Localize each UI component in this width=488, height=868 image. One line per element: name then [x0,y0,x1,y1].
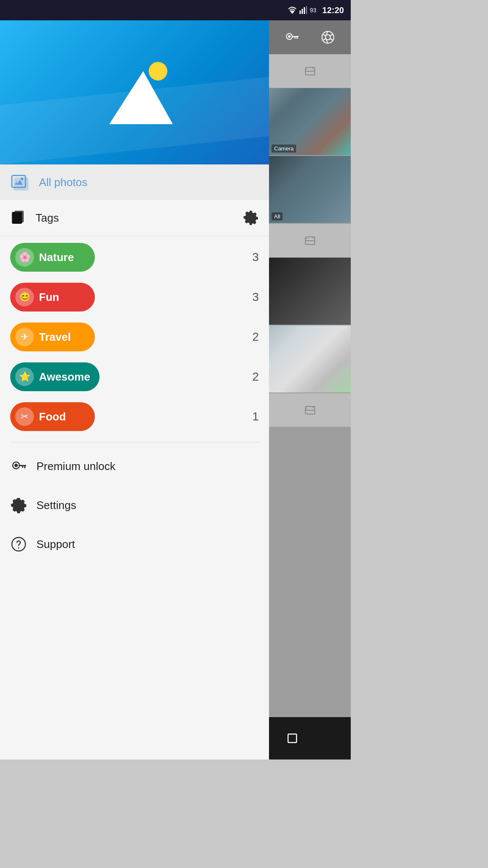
right-top-bar [269,20,351,54]
recent-apps-button[interactable] [280,726,305,751]
drawer-divider [10,442,259,442]
status-bar: 93 12:20 [0,0,351,20]
photo-thumb-camera[interactable]: Camera [269,88,351,156]
svg-point-29 [322,31,334,43]
drawer: All photos Tags 🌸 Nature 3 [0,20,269,760]
svg-marker-0 [290,11,295,14]
photo-thumb-light[interactable] [269,326,351,393]
tags-row[interactable]: Tags [0,200,269,236]
tag-row-food[interactable]: ✂ Food 1 [10,400,259,434]
wifi-icon [288,6,297,14]
tags-icon [10,209,27,226]
food-count: 1 [246,410,259,423]
camera-aperture-icon[interactable] [320,30,336,45]
svg-rect-1 [299,11,301,14]
premium-unlock-label: Premium unlock [36,460,115,473]
svg-point-5 [149,62,167,81]
food-badge[interactable]: ✂ Food [10,402,95,431]
app-logo [84,58,186,126]
svg-rect-27 [297,37,298,39]
all-photos-row[interactable]: All photos [0,164,269,200]
tags-settings-icon[interactable] [243,210,259,226]
awesome-badge[interactable]: ⭐ Awesome [10,362,100,391]
travel-badge-icon: ✈ [15,328,34,346]
nature-label: Nature [39,251,74,264]
svg-rect-4 [306,6,307,14]
right-panel: Camera All [269,20,351,760]
svg-marker-7 [109,71,173,124]
svg-rect-28 [294,37,296,39]
travel-label: Travel [39,331,71,344]
menu-items: Premium unlock Settings Support [0,447,269,564]
travel-badge[interactable]: ✈ Travel [10,323,95,351]
settings-label: Settings [36,499,76,512]
fun-count: 3 [246,290,259,304]
food-label: Food [39,410,66,423]
svg-rect-21 [22,466,23,468]
svg-rect-42 [288,734,297,743]
aspect-ratio-icon-1 [304,65,316,77]
status-time: 12:20 [322,6,344,15]
fun-badge[interactable]: 😊 Fun [10,283,95,312]
tags-label: Tags [36,211,234,225]
support-label: Support [36,538,75,551]
svg-rect-26 [292,36,299,37]
svg-point-23 [18,548,19,549]
nature-count: 3 [246,250,259,264]
drawer-header [0,20,269,164]
right-key-icon[interactable] [284,30,299,45]
camera-thumb-label: Camera [272,145,296,153]
recent-apps-icon [285,731,300,746]
awesome-badge-icon: ⭐ [15,367,34,386]
nature-badge[interactable]: 🌸 Nature [10,243,95,272]
awesome-count: 2 [246,370,259,384]
key-icon [10,458,27,475]
tag-row-fun[interactable]: 😊 Fun 3 [10,280,259,314]
food-badge-icon: ✂ [15,407,34,426]
tag-list: 🌸 Nature 3 😊 Fun 3 ✈ Travel 2 [0,236,269,438]
settings-icon [10,497,27,514]
svg-rect-3 [304,7,305,14]
awesome-label: Awesome [39,370,90,384]
aspect-ratio-icon-2 [304,235,316,247]
svg-rect-16 [13,212,22,224]
fun-badge-icon: 😊 [15,288,34,306]
aspect-ratio-icon-3 [304,404,316,416]
svg-line-32 [330,34,333,36]
photo-placeholder-1 [269,54,351,88]
svg-rect-19 [19,465,26,466]
menu-row-settings[interactable]: Settings [10,486,259,525]
svg-line-33 [330,39,333,40]
svg-point-25 [288,35,291,38]
svg-line-35 [323,39,326,40]
support-icon [10,536,27,553]
status-icons: 93 12:20 [288,6,344,15]
nature-badge-icon: 🌸 [15,248,34,267]
photo-thumb-all[interactable]: All [269,156,351,224]
photo-placeholder-3 [269,393,351,427]
photo-placeholder-2 [269,224,351,258]
svg-rect-20 [24,466,25,468]
svg-line-36 [323,34,326,36]
all-thumb-label: All [272,212,283,220]
svg-point-18 [14,464,18,467]
svg-rect-2 [302,9,303,14]
menu-row-premium[interactable]: Premium unlock [10,447,259,486]
all-photos-label: All photos [39,176,87,189]
svg-point-13 [21,178,23,180]
mountain-icon [84,58,186,126]
travel-count: 2 [246,330,259,344]
all-photos-icon [10,172,30,192]
menu-row-support[interactable]: Support [10,525,259,564]
battery-indicator: 93 [310,7,316,14]
signal-icon [299,6,307,14]
tag-row-nature[interactable]: 🌸 Nature 3 [10,240,259,274]
tag-row-awesome[interactable]: ⭐ Awesome 2 [10,360,259,394]
tag-row-travel[interactable]: ✈ Travel 2 [10,320,259,354]
photo-thumb-dark[interactable] [269,258,351,326]
fun-label: Fun [39,291,59,304]
main-layout: All photos Tags 🌸 Nature 3 [0,20,351,760]
